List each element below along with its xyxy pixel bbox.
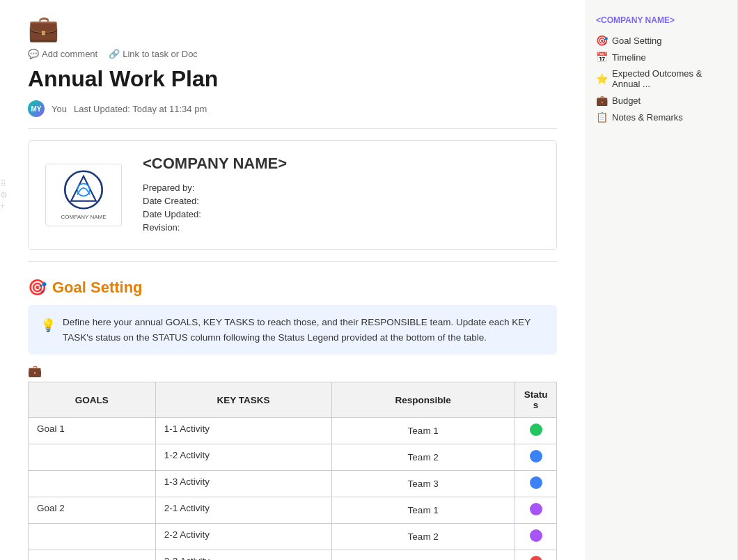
doc-actions: 💬 Add comment 🔗 Link to task or Doc	[28, 49, 557, 59]
goal-emoji: 🎯	[28, 279, 47, 297]
link-task-button[interactable]: 🔗 Link to task or Doc	[109, 49, 198, 59]
avatar: MY	[28, 100, 45, 117]
responsible-cell: Team 2	[331, 444, 515, 471]
doc-meta: MY You Last Updated: Today at 11:34 pm	[28, 100, 557, 117]
sidebar-item[interactable]: 💼Budget	[585, 92, 737, 109]
status-cell	[515, 444, 557, 471]
goal-cell	[29, 444, 156, 471]
table-row: Goal 11-1 ActivityTeam 1	[29, 418, 557, 444]
goal-setting-heading: 🎯 Goal Setting	[28, 279, 557, 297]
status-dot	[530, 556, 542, 560]
sidebar-item-emoji: ⭐	[596, 73, 608, 84]
status-dot	[530, 450, 542, 462]
main-content: 💼 💬 Add comment 🔗 Link to task or Doc An…	[0, 0, 585, 560]
company-info: <COMPANY NAME> Prepared by: Date Created…	[143, 155, 540, 235]
task-cell: 1-2 Activity	[155, 444, 331, 471]
task-cell: 2-3 Activity	[155, 550, 331, 560]
divider-1	[28, 128, 557, 129]
sidebar-item-label: Notes & Remarks	[612, 112, 683, 123]
divider-2	[28, 261, 557, 262]
table-icon: 💼	[28, 364, 42, 378]
task-cell: 2-2 Activity	[155, 524, 331, 550]
sidebar-item[interactable]: ⭐Expected Outcomes & Annual ...	[585, 65, 737, 92]
table-toolbar: 💼	[28, 364, 557, 378]
svg-point-2	[77, 184, 90, 196]
status-cell	[515, 550, 557, 560]
responsible-cell: Team 2	[331, 524, 515, 550]
company-logo: COMPANY NAME	[45, 164, 122, 226]
status-dot	[530, 423, 542, 436]
goal-cell	[29, 550, 156, 560]
sidebar-item[interactable]: 🎯Goal Setting	[585, 32, 737, 49]
status-cell	[515, 418, 557, 444]
status-dot	[530, 476, 542, 489]
table-row: Goal 22-1 ActivityTeam 1	[29, 497, 557, 524]
sidebar-item-emoji: 💼	[596, 95, 608, 106]
responsible-cell: Team 3	[331, 471, 515, 497]
last-updated: Last Updated: Today at 11:34 pm	[74, 104, 207, 114]
goal-cell	[29, 524, 156, 550]
table-row: 1-3 ActivityTeam 3	[29, 471, 557, 497]
page-title: Annual Work Plan	[28, 66, 557, 92]
sidebar-item[interactable]: 📅Timeline	[585, 49, 737, 65]
comment-icon: 💬	[28, 49, 39, 59]
sidebar-item-label: Timeline	[612, 52, 646, 63]
goal-cell: Goal 1	[29, 418, 156, 444]
prepared-by-row: Prepared by:	[143, 182, 540, 193]
company-card-block: ⠿ ⚙ + COMPANY NAME <COMPANY NAME> Prepar…	[28, 140, 557, 250]
revision-row: Revision:	[143, 222, 540, 233]
task-cell: 1-1 Activity	[155, 418, 331, 444]
sidebar-item-emoji: 📋	[596, 111, 608, 123]
table-row: 2-2 ActivityTeam 2	[29, 524, 557, 550]
responsible-cell: Team 1	[331, 497, 515, 524]
sidebar-company-name: <COMPANY NAME>	[585, 11, 737, 32]
info-text: Define here your annual GOALS, KEY TASKS…	[63, 315, 544, 345]
goal-cell: Goal 2	[29, 497, 156, 524]
sidebar-item-label: Expected Outcomes & Annual ...	[612, 68, 726, 89]
sidebar-item[interactable]: 📋Notes & Remarks	[585, 109, 737, 125]
author-name: You	[52, 104, 67, 114]
responsible-cell: Team 1	[331, 418, 515, 444]
date-updated-row: Date Updated:	[143, 209, 540, 219]
table-row: 1-2 ActivityTeam 2	[29, 444, 557, 471]
sidebar-item-emoji: 📅	[596, 52, 608, 63]
sidebar-item-label: Budget	[612, 95, 641, 106]
status-cell	[515, 524, 557, 550]
logo-text: COMPANY NAME	[61, 214, 106, 220]
status-dot	[530, 529, 542, 542]
add-comment-button[interactable]: 💬 Add comment	[28, 49, 97, 59]
date-created-row: Date Created:	[143, 196, 540, 206]
sidebar-item-emoji: 🎯	[596, 35, 608, 46]
settings-icon[interactable]: ⚙	[0, 190, 8, 200]
company-logo-svg	[61, 170, 106, 210]
goal-title: Goal Setting	[52, 279, 143, 297]
block-controls: ⠿ ⚙ +	[0, 179, 8, 211]
task-cell: 1-3 Activity	[155, 471, 331, 497]
company-card: COMPANY NAME <COMPANY NAME> Prepared by:…	[28, 140, 557, 250]
table-header-goals: GOALS	[29, 382, 156, 418]
task-cell: 2-1 Activity	[155, 497, 331, 524]
link-icon: 🔗	[109, 49, 120, 59]
table-header-responsible: Responsible	[331, 382, 515, 418]
doc-icon: 💼	[28, 14, 557, 43]
goal-cell	[29, 471, 156, 497]
status-cell	[515, 471, 557, 497]
sidebar-item-label: Goal Setting	[612, 36, 662, 46]
bulb-icon: 💡	[40, 316, 56, 345]
add-block-icon[interactable]: +	[0, 201, 8, 211]
info-box: 💡 Define here your annual GOALS, KEY TAS…	[28, 305, 557, 355]
responsible-cell: Team 3	[331, 550, 515, 560]
company-name-display: <COMPANY NAME>	[143, 155, 540, 173]
table-row: 2-3 ActivityTeam 3	[29, 550, 557, 560]
drag-handle-icon[interactable]: ⠿	[0, 179, 8, 189]
table-header-status: Status	[515, 382, 557, 418]
status-cell	[515, 497, 557, 524]
status-dot	[530, 503, 542, 515]
sidebar: <COMPANY NAME> 🎯Goal Setting📅Timeline⭐Ex…	[585, 0, 738, 560]
table-header-key-tasks: KEY TASKS	[155, 382, 331, 418]
goal-table: GOALSKEY TASKSResponsibleStatusGoal 11-1…	[28, 382, 557, 560]
